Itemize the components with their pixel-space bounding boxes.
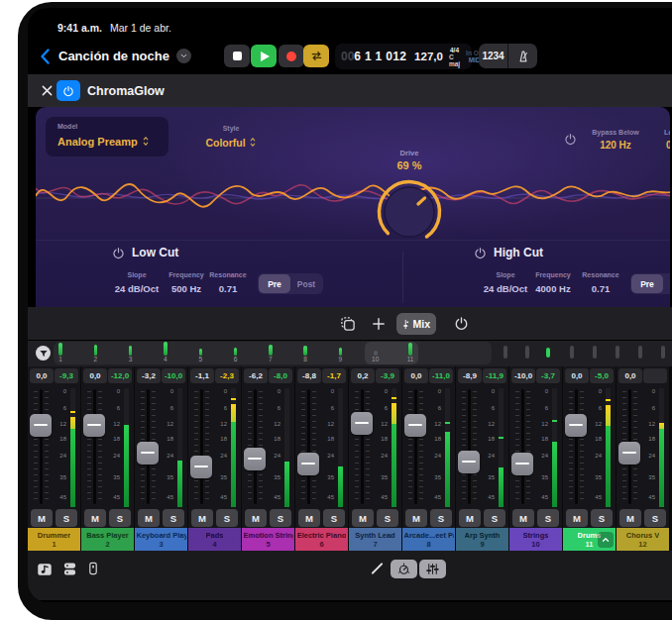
song-title-menu[interactable]: Canción de noche (58, 49, 191, 63)
plugin-power-button[interactable] (56, 80, 80, 101)
level-control[interactable]: Level 0.0 (638, 129, 670, 151)
duplicate-icon[interactable] (339, 315, 357, 333)
metronome-button[interactable] (508, 49, 537, 64)
collapse-chevron-button[interactable] (598, 532, 614, 548)
volume-value[interactable]: 0,0 (565, 368, 589, 383)
volume-value[interactable]: -6,2 (244, 368, 268, 383)
mute-button[interactable]: M (619, 509, 641, 527)
track-label[interactable]: Pads 4 (188, 528, 241, 551)
track-label[interactable]: Electric Piano 6 (295, 528, 348, 551)
add-icon[interactable] (371, 316, 387, 332)
lowcut-resonance[interactable]: Resonance 0.71 (198, 271, 258, 294)
drive-knob[interactable] (373, 175, 446, 249)
highcut-resonance[interactable]: Resonance 0.71 (571, 271, 630, 294)
volume-value[interactable]: 0,0 (618, 368, 642, 383)
solo-button[interactable]: S (484, 509, 505, 527)
track-label[interactable]: Keyboard Player 3 (135, 528, 187, 551)
track-label[interactable]: Chorus V 12 (616, 528, 669, 551)
mute-button[interactable]: M (245, 509, 267, 527)
lowcut-power-icon[interactable] (112, 247, 125, 259)
volume-value[interactable]: 0,0 (83, 368, 107, 383)
highcut-post-button[interactable]: Post (663, 274, 670, 293)
highcut-power-icon[interactable] (474, 247, 487, 259)
close-icon[interactable] (40, 83, 55, 98)
mute-button[interactable]: M (31, 509, 53, 527)
solo-button[interactable]: S (270, 509, 291, 527)
mute-button[interactable]: M (352, 509, 374, 527)
mute-button[interactable]: M (191, 509, 213, 527)
track-label[interactable]: Drummer 1 (28, 528, 80, 551)
track-label[interactable]: Bass Player 2 (81, 528, 134, 551)
fader-handle[interactable] (244, 448, 266, 470)
fader-handle[interactable] (351, 412, 373, 435)
solo-button[interactable]: S (537, 509, 559, 527)
level-meter (124, 388, 129, 507)
solo-button[interactable]: S (323, 509, 345, 527)
track-overview-ruler[interactable]: 1234567891011 (28, 341, 672, 366)
fader-handle[interactable] (618, 442, 640, 465)
mute-button[interactable]: M (298, 509, 320, 527)
volume-value[interactable]: 0,2 (351, 368, 375, 383)
fader-handle[interactable] (458, 451, 480, 473)
fader-handle[interactable] (404, 414, 426, 437)
controls-view-button[interactable] (391, 560, 417, 578)
play-button[interactable] (251, 45, 277, 67)
track-label[interactable]: Arcade...eet Pad 8 (402, 528, 455, 551)
solo-button[interactable]: S (163, 509, 184, 527)
style-selector[interactable]: Style Colorful (186, 117, 276, 156)
fader-handle[interactable] (190, 456, 212, 478)
solo-button[interactable]: S (56, 509, 77, 527)
volume-value[interactable]: 0,0 (404, 368, 428, 383)
solo-button[interactable]: S (430, 509, 452, 527)
track-label[interactable]: Strings 10 (509, 528, 562, 551)
title-dropdown-button[interactable] (176, 49, 191, 63)
lowcut-post-button[interactable]: Post (290, 274, 322, 293)
mute-button[interactable]: M (84, 509, 106, 527)
solo-button[interactable]: S (377, 509, 398, 527)
back-chevron-icon[interactable] (36, 47, 56, 66)
track-label[interactable]: Synth Lead 7 (349, 528, 401, 551)
mix-toggle-button[interactable]: Mix (396, 313, 436, 335)
lowcut-pre-button[interactable]: Pre (259, 274, 290, 293)
lcd-display[interactable]: 00 6 1 1 012 127,0 4/4 C maj In Out MIDI (335, 44, 472, 69)
fader-handle[interactable] (30, 414, 52, 437)
highcut-pre-button[interactable]: Pre (631, 274, 663, 293)
fader-handle[interactable] (511, 453, 533, 475)
mute-button[interactable]: M (566, 509, 588, 527)
mixer-power-icon[interactable] (454, 316, 469, 331)
filter-button[interactable] (36, 346, 51, 361)
solo-button[interactable]: S (216, 509, 238, 527)
plugin-browser-icon[interactable] (85, 561, 101, 576)
record-button[interactable] (279, 45, 304, 67)
track-label[interactable]: Drums 11 (563, 528, 616, 551)
power-icon (62, 85, 74, 97)
fader-handle[interactable] (565, 414, 587, 437)
solo-button[interactable]: S (644, 509, 666, 527)
pencil-icon[interactable] (371, 563, 383, 574)
volume-value[interactable]: -1,1 (190, 368, 214, 383)
mute-button[interactable]: M (138, 509, 160, 527)
count-in-button[interactable]: 1234 (479, 51, 507, 61)
model-selector[interactable]: Model Analog Preamp (46, 117, 168, 156)
track-label[interactable]: Arp Synth 9 (456, 528, 508, 551)
cycle-button[interactable] (303, 45, 329, 67)
fader-handle[interactable] (297, 453, 319, 475)
solo-button[interactable]: S (591, 509, 613, 527)
volume-value[interactable]: -8,9 (458, 368, 482, 383)
volume-value[interactable]: -8,8 (297, 368, 321, 383)
mute-button[interactable]: M (459, 509, 481, 527)
patch-browser-icon[interactable] (61, 561, 78, 577)
bypass-power-icon[interactable] (564, 133, 577, 146)
loop-browser-icon[interactable] (36, 561, 54, 578)
volume-value[interactable]: -10,0 (511, 368, 535, 383)
mute-button[interactable]: M (512, 509, 534, 527)
fader-handle[interactable] (137, 442, 159, 465)
solo-button[interactable]: S (109, 509, 131, 527)
track-label[interactable]: Emotion Strings 5 (242, 528, 294, 551)
mixer-view-button[interactable] (419, 560, 446, 578)
stop-button[interactable] (224, 45, 250, 67)
fader-handle[interactable] (83, 414, 105, 437)
volume-value[interactable]: -3,2 (137, 368, 161, 383)
mute-button[interactable]: M (405, 509, 427, 527)
volume-value[interactable]: 0,0 (30, 368, 54, 383)
